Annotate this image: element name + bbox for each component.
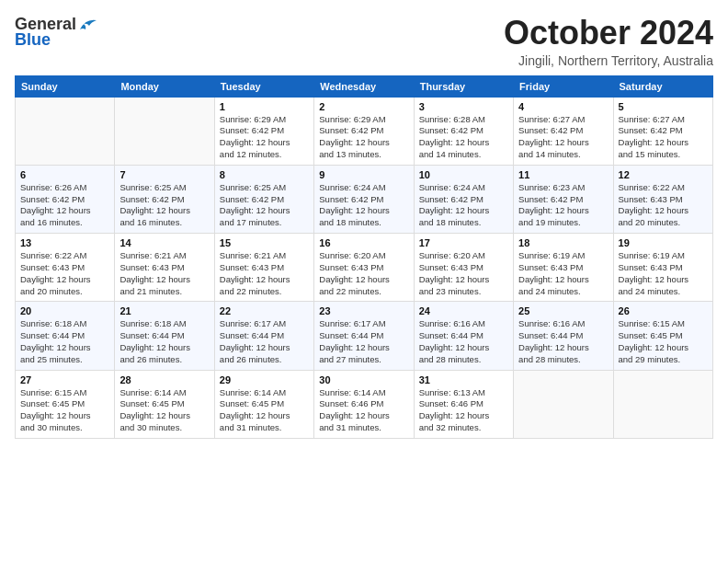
calendar-cell: 21Sunrise: 6:18 AM Sunset: 6:44 PM Dayli… [115,302,214,370]
day-info: Sunrise: 6:26 AM Sunset: 6:42 PM Dayligh… [20,182,109,229]
calendar-cell: 7Sunrise: 6:25 AM Sunset: 6:42 PM Daylig… [115,165,214,233]
col-thursday: Thursday [414,75,513,97]
day-info: Sunrise: 6:22 AM Sunset: 6:43 PM Dayligh… [619,182,708,229]
day-number: 5 [619,101,708,112]
calendar-cell: 1Sunrise: 6:29 AM Sunset: 6:42 PM Daylig… [214,97,313,165]
day-number: 4 [518,101,608,112]
day-number: 27 [20,374,109,385]
calendar-cell [16,97,115,165]
calendar-cell: 14Sunrise: 6:21 AM Sunset: 6:43 PM Dayli… [115,234,214,302]
calendar-cell [115,97,214,165]
day-number: 26 [619,305,708,316]
day-number: 7 [119,169,209,180]
calendar-cell: 31Sunrise: 6:13 AM Sunset: 6:46 PM Dayli… [414,370,513,438]
day-number: 30 [319,374,408,385]
day-info: Sunrise: 6:29 AM Sunset: 6:42 PM Dayligh… [220,114,309,161]
day-info: Sunrise: 6:18 AM Sunset: 6:44 PM Dayligh… [20,318,109,365]
calendar-cell: 3Sunrise: 6:28 AM Sunset: 6:42 PM Daylig… [414,97,513,165]
calendar-week-5: 27Sunrise: 6:15 AM Sunset: 6:45 PM Dayli… [16,370,713,438]
day-number: 6 [20,169,109,180]
calendar-cell: 2Sunrise: 6:29 AM Sunset: 6:42 PM Daylig… [314,97,414,165]
day-number: 21 [119,305,209,316]
calendar-cell: 26Sunrise: 6:15 AM Sunset: 6:45 PM Dayli… [613,302,712,370]
day-info: Sunrise: 6:15 AM Sunset: 6:45 PM Dayligh… [619,318,708,365]
day-info: Sunrise: 6:17 AM Sunset: 6:44 PM Dayligh… [319,318,408,365]
day-info: Sunrise: 6:20 AM Sunset: 6:43 PM Dayligh… [319,250,408,297]
title-block: October 2024 Jingili, Northern Territory… [504,15,713,68]
day-number: 15 [220,237,309,248]
calendar-cell: 29Sunrise: 6:14 AM Sunset: 6:45 PM Dayli… [214,370,313,438]
day-number: 20 [20,305,109,316]
calendar-cell: 28Sunrise: 6:14 AM Sunset: 6:45 PM Dayli… [115,370,214,438]
day-number: 9 [319,169,408,180]
day-info: Sunrise: 6:25 AM Sunset: 6:42 PM Dayligh… [119,182,209,229]
calendar-cell [514,370,613,438]
day-number: 2 [319,101,408,112]
day-number: 22 [220,305,309,316]
day-info: Sunrise: 6:25 AM Sunset: 6:42 PM Dayligh… [220,182,309,229]
day-number: 11 [518,169,608,180]
day-info: Sunrise: 6:19 AM Sunset: 6:43 PM Dayligh… [518,250,608,297]
calendar-cell: 20Sunrise: 6:18 AM Sunset: 6:44 PM Dayli… [16,302,115,370]
logo-blue: Blue [15,30,51,50]
calendar-week-4: 20Sunrise: 6:18 AM Sunset: 6:44 PM Dayli… [16,302,713,370]
calendar-cell: 9Sunrise: 6:24 AM Sunset: 6:42 PM Daylig… [314,165,414,233]
day-info: Sunrise: 6:18 AM Sunset: 6:44 PM Dayligh… [119,318,209,365]
day-info: Sunrise: 6:19 AM Sunset: 6:43 PM Dayligh… [619,250,708,297]
day-info: Sunrise: 6:14 AM Sunset: 6:46 PM Dayligh… [319,387,408,434]
calendar-cell: 23Sunrise: 6:17 AM Sunset: 6:44 PM Dayli… [314,302,414,370]
calendar-cell: 24Sunrise: 6:16 AM Sunset: 6:44 PM Dayli… [414,302,513,370]
day-info: Sunrise: 6:27 AM Sunset: 6:42 PM Dayligh… [518,114,608,161]
calendar-cell: 18Sunrise: 6:19 AM Sunset: 6:43 PM Dayli… [514,234,613,302]
day-number: 3 [419,101,508,112]
calendar-header-row: Sunday Monday Tuesday Wednesday Thursday… [16,75,713,97]
day-info: Sunrise: 6:23 AM Sunset: 6:42 PM Dayligh… [518,182,608,229]
day-number: 18 [518,237,608,248]
calendar-cell: 11Sunrise: 6:23 AM Sunset: 6:42 PM Dayli… [514,165,613,233]
day-info: Sunrise: 6:22 AM Sunset: 6:43 PM Dayligh… [20,250,109,297]
col-wednesday: Wednesday [314,75,414,97]
day-number: 17 [419,237,508,248]
day-info: Sunrise: 6:29 AM Sunset: 6:42 PM Dayligh… [319,114,408,161]
day-info: Sunrise: 6:28 AM Sunset: 6:42 PM Dayligh… [419,114,508,161]
day-info: Sunrise: 6:24 AM Sunset: 6:42 PM Dayligh… [419,182,508,229]
calendar-cell: 12Sunrise: 6:22 AM Sunset: 6:43 PM Dayli… [613,165,712,233]
col-sunday: Sunday [16,75,115,97]
logo-bird-icon [78,17,98,33]
calendar-week-1: 1Sunrise: 6:29 AM Sunset: 6:42 PM Daylig… [16,97,713,165]
day-info: Sunrise: 6:14 AM Sunset: 6:45 PM Dayligh… [119,387,209,434]
month-title: October 2024 [504,15,713,52]
day-info: Sunrise: 6:16 AM Sunset: 6:44 PM Dayligh… [419,318,508,365]
day-number: 16 [319,237,408,248]
col-saturday: Saturday [613,75,712,97]
day-number: 31 [419,374,508,385]
calendar-week-2: 6Sunrise: 6:26 AM Sunset: 6:42 PM Daylig… [16,165,713,233]
day-info: Sunrise: 6:27 AM Sunset: 6:42 PM Dayligh… [619,114,708,161]
day-number: 23 [319,305,408,316]
day-number: 29 [220,374,309,385]
col-friday: Friday [514,75,613,97]
calendar-cell: 22Sunrise: 6:17 AM Sunset: 6:44 PM Dayli… [214,302,313,370]
day-info: Sunrise: 6:15 AM Sunset: 6:45 PM Dayligh… [20,387,109,434]
calendar-cell: 19Sunrise: 6:19 AM Sunset: 6:43 PM Dayli… [613,234,712,302]
day-info: Sunrise: 6:17 AM Sunset: 6:44 PM Dayligh… [220,318,309,365]
day-info: Sunrise: 6:14 AM Sunset: 6:45 PM Dayligh… [220,387,309,434]
calendar-cell: 8Sunrise: 6:25 AM Sunset: 6:42 PM Daylig… [214,165,313,233]
day-number: 19 [619,237,708,248]
day-info: Sunrise: 6:16 AM Sunset: 6:44 PM Dayligh… [518,318,608,365]
calendar-cell: 10Sunrise: 6:24 AM Sunset: 6:42 PM Dayli… [414,165,513,233]
day-number: 14 [119,237,209,248]
day-info: Sunrise: 6:21 AM Sunset: 6:43 PM Dayligh… [220,250,309,297]
calendar-week-3: 13Sunrise: 6:22 AM Sunset: 6:43 PM Dayli… [16,234,713,302]
col-tuesday: Tuesday [214,75,313,97]
day-info: Sunrise: 6:24 AM Sunset: 6:42 PM Dayligh… [319,182,408,229]
day-number: 13 [20,237,109,248]
location-subtitle: Jingili, Northern Territory, Australia [504,53,713,68]
day-number: 10 [419,169,508,180]
day-number: 28 [119,374,209,385]
calendar-table: Sunday Monday Tuesday Wednesday Thursday… [15,75,713,439]
day-number: 25 [518,305,608,316]
day-info: Sunrise: 6:20 AM Sunset: 6:43 PM Dayligh… [419,250,508,297]
calendar-cell: 17Sunrise: 6:20 AM Sunset: 6:43 PM Dayli… [414,234,513,302]
calendar-cell: 5Sunrise: 6:27 AM Sunset: 6:42 PM Daylig… [613,97,712,165]
